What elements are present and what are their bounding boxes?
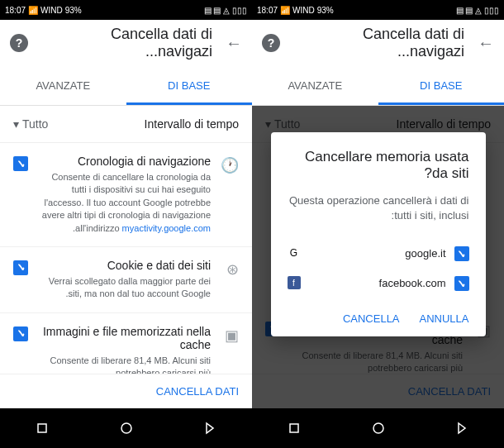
- page-title: Cancella dati di navigazi...: [293, 26, 464, 60]
- status-bar: ▯▯▯ ◬ ▤ ▤ 93% WIND 📶 18:07: [0, 0, 252, 20]
- back-arrow-icon[interactable]: ←: [478, 34, 494, 53]
- confirm-button[interactable]: CANCELLA: [343, 312, 400, 325]
- tab-advanced[interactable]: AVANZATE: [252, 66, 378, 105]
- app-header: ← Cancella dati di navigazi... ?: [252, 20, 504, 66]
- cancel-button[interactable]: ANNULLA: [420, 312, 469, 325]
- site-row-facebook: facebook.com f: [288, 268, 469, 298]
- back-arrow-icon[interactable]: ←: [226, 34, 242, 53]
- modal-overlay[interactable]: Cancellare memoria usata da siti? Questa…: [252, 106, 504, 408]
- time-range-label: Intervallo di tempo: [145, 117, 239, 131]
- history-title: Cronologia di navigazione: [40, 155, 211, 168]
- facebook-checkbox[interactable]: [454, 276, 469, 291]
- site-row-google: google.it G: [288, 238, 469, 268]
- option-history[interactable]: 🕐 Cronologia di navigazione Consente di …: [0, 143, 252, 247]
- navigation-bar: [0, 408, 252, 448]
- svg-rect-3: [38, 424, 46, 432]
- time-text: 18:07: [257, 6, 278, 15]
- nav-back-icon[interactable]: [202, 420, 218, 436]
- app-header: ← Cancella dati di navigazi... ?: [0, 20, 252, 66]
- facebook-icon: f: [288, 276, 301, 289]
- cache-desc: Consente di liberare 81,4 MB. Alcuni sit…: [40, 355, 211, 374]
- navigation-bar: [252, 408, 504, 448]
- cookie-icon: ⊛: [222, 260, 239, 277]
- tab-bar: DI BASE AVANZATE: [252, 66, 504, 106]
- nav-back-icon[interactable]: [454, 420, 470, 436]
- tab-advanced[interactable]: AVANZATE: [0, 66, 126, 105]
- option-cookies[interactable]: ⊛ Cookie e dati dei siti Verrai scollega…: [0, 247, 252, 313]
- tab-bar: DI BASE AVANZATE: [0, 66, 252, 106]
- svg-point-2: [121, 423, 131, 433]
- help-icon[interactable]: ?: [262, 34, 280, 52]
- cookies-checkbox[interactable]: [13, 260, 28, 275]
- nav-recent-icon[interactable]: [34, 420, 50, 436]
- main-content: Intervallo di tempo Tutto ▾ 🕐 Cronologia…: [0, 106, 252, 374]
- carrier-text: WIND: [292, 6, 315, 15]
- confirm-dialog: Cancellare memoria usata da siti? Questa…: [271, 132, 486, 336]
- image-icon: ▣: [222, 326, 239, 343]
- dropdown-icon: ▾: [13, 117, 19, 131]
- battery-text: 93%: [65, 6, 82, 15]
- carrier-text: WIND: [40, 6, 63, 15]
- cache-title: Immagini e file memorizzati nella cache: [40, 325, 211, 351]
- svg-point-0: [373, 423, 383, 433]
- time-range-value: Tutto: [22, 117, 48, 131]
- time-range-row[interactable]: Intervallo di tempo Tutto ▾: [0, 106, 252, 143]
- time-text: 18:07: [5, 6, 26, 15]
- google-site-name: google.it: [405, 247, 445, 260]
- battery-text: 93%: [317, 6, 334, 15]
- dialog-message: Questa operazione cancellerà i dati di t…: [288, 193, 469, 223]
- facebook-site-name: facebook.com: [379, 277, 446, 289]
- option-cache[interactable]: ▣ Immagini e file memorizzati nella cach…: [0, 313, 252, 374]
- dialog-title: Cancellare memoria usata da siti?: [288, 149, 469, 182]
- nav-home-icon[interactable]: [370, 420, 387, 436]
- status-icons: ▯▯▯ ◬ ▤ ▤: [204, 6, 247, 15]
- google-checkbox[interactable]: [454, 246, 469, 261]
- clear-data-button[interactable]: CANCELLA DATI: [156, 385, 239, 398]
- history-checkbox[interactable]: [13, 156, 28, 171]
- nav-recent-icon[interactable]: [286, 420, 302, 436]
- history-icon: 🕐: [222, 156, 239, 173]
- screen-left: ▯▯▯ ◬ ▤ ▤ 93% WIND 📶 18:07 ← Cancella da…: [252, 0, 504, 448]
- footer-bar: CANCELLA DATI: [0, 374, 252, 408]
- svg-rect-1: [290, 424, 298, 432]
- page-title: Cancella dati di navigazi...: [41, 26, 212, 60]
- help-icon[interactable]: ?: [10, 34, 28, 52]
- history-desc: Consente di cancellare la cronologia da …: [40, 171, 211, 235]
- tab-basic[interactable]: DI BASE: [378, 66, 505, 105]
- screen-right: ▯▯▯ ◬ ▤ ▤ 93% WIND 📶 18:07 ← Cancella da…: [0, 0, 252, 448]
- cache-checkbox[interactable]: [13, 326, 28, 341]
- tab-basic[interactable]: DI BASE: [126, 66, 253, 105]
- status-icons: ▯▯▯ ◬ ▤ ▤: [456, 6, 499, 15]
- cookies-desc: Verrai scollegato dalla maggior parte de…: [40, 275, 211, 301]
- nav-home-icon[interactable]: [118, 420, 135, 436]
- google-icon: G: [288, 246, 301, 260]
- dialog-actions: ANNULLA CANCELLA: [288, 309, 469, 328]
- cookies-title: Cookie e dati dei siti: [40, 259, 211, 272]
- status-bar: ▯▯▯ ◬ ▤ ▤ 93% WIND 📶 18:07: [252, 0, 504, 20]
